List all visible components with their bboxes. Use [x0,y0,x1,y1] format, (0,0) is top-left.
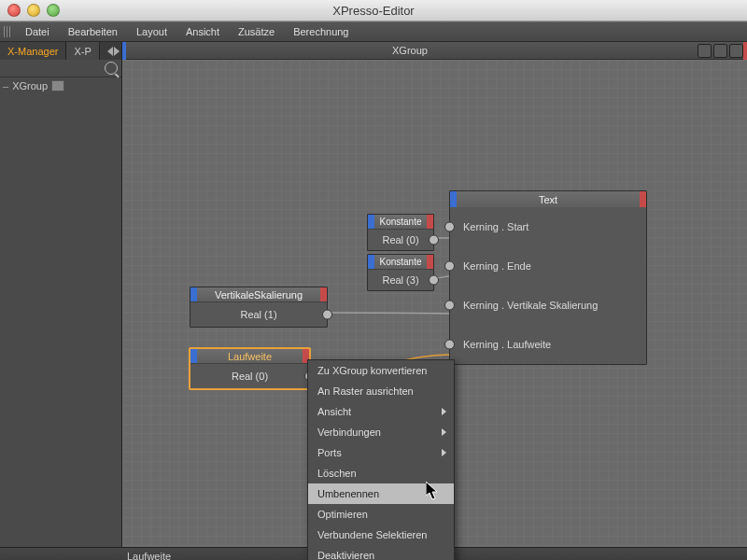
input-port[interactable] [444,222,455,232]
node-icon [51,80,64,91]
sidebar-search-row [0,60,121,77]
input-row-kerning-start: Kerning . Start [450,207,646,246]
tree-expand-icon[interactable]: – [3,80,8,91]
panel-icon-2[interactable] [713,44,727,58]
ctx-item-label: Zu XGroup konvertieren [317,365,427,376]
node-input-handle[interactable] [368,255,374,269]
node-vertikaleskalierung[interactable]: VertikaleSkalierung Real (1) [190,287,328,328]
menu-ansicht[interactable]: Ansicht [177,24,228,39]
node-title: Konstante [374,215,427,229]
node-output-handle[interactable] [427,215,433,229]
sidebar: – XGroup [0,60,122,547]
tool-row: X-Manager X-P XGroup [0,42,747,60]
window-title: XPresso-Editor [0,4,747,18]
node-output-handle[interactable] [640,191,646,207]
node-title: Laufweite [197,349,303,363]
menu-layout[interactable]: Layout [128,24,176,39]
menu-bearbeiten[interactable]: Bearbeiten [60,24,126,39]
output-port[interactable] [429,275,439,286]
node-text[interactable]: Text Kerning . Start Kerning . Ende Kern… [449,190,647,365]
node-konstante-0[interactable]: Konstante Real (0) [367,214,434,251]
ctx-item-label: Optimieren [317,509,368,520]
grip-icon[interactable] [4,26,11,37]
output-port[interactable] [429,235,439,245]
node-input-handle[interactable] [368,215,374,229]
menu-zusaetze[interactable]: Zusätze [230,24,283,39]
panel-output-handle[interactable] [743,42,747,60]
tree-item-label: XGroup [12,80,48,91]
tree-item-xgroup[interactable]: – XGroup [0,77,121,94]
menu-datei[interactable]: Datei [17,24,58,39]
node-title: Text [457,191,640,207]
tab-xmanager[interactable]: X-Manager [0,42,66,60]
ctx-ports[interactable]: Ports [308,442,454,463]
ctx-optimieren[interactable]: Optimieren [308,504,454,525]
node-input-handle[interactable] [190,349,197,363]
node-row: Real (0) [368,229,433,250]
input-row-kerning-laufweite: Kerning . Laufweite [450,325,646,364]
search-icon[interactable] [105,62,118,75]
tab-next-icon[interactable] [114,47,120,56]
panel-header-icons [698,44,743,58]
node-title: Konstante [374,255,427,269]
node-row-label: Real (0) [382,234,418,245]
ctx-item-label: Verbundene Selektieren [317,529,427,540]
node-row: Real (1) [190,301,327,327]
ctx-an-raster-ausrichten[interactable]: An Raster ausrichten [308,381,454,401]
menu-bar: Datei Bearbeiten Layout Ansicht Zusätze … [0,21,747,42]
node-output-handle[interactable] [427,255,433,269]
tab-secondary[interactable]: X-P [66,42,99,60]
output-port[interactable] [322,310,332,320]
node-input-handle[interactable] [190,287,197,301]
close-icon[interactable] [7,4,21,17]
node-konstante-3[interactable]: Konstante Real (3) [367,254,434,291]
ctx-umbenennen[interactable]: Umbenennen [308,483,454,504]
input-row-kerning-ende: Kerning . Ende [450,246,646,286]
ctx-deaktivieren[interactable]: Deaktivieren [308,545,454,560]
node-row-label: Real (0) [232,371,268,382]
minimize-icon[interactable] [27,4,40,17]
input-row-label: Kerning . Start [463,221,529,232]
node-row-label: Real (3) [382,274,418,286]
ctx-verbindungen[interactable]: Verbindungen [308,422,454,442]
node-input-handle[interactable] [450,191,457,207]
ctx-item-label: Verbindungen [317,427,381,438]
tab-prev-icon[interactable] [107,47,113,56]
node-laufweite[interactable]: Laufweite Real (0) [190,348,310,389]
ctx-item-label: Ansicht [317,406,351,417]
node-row: Real (3) [368,269,433,290]
ctx-item-label: An Raster ausrichten [317,385,414,397]
tab-strip: X-Manager X-P [0,42,122,60]
panel-title: XGroup [126,45,694,56]
input-port[interactable] [444,340,455,350]
chevron-right-icon [442,449,446,456]
chevron-right-icon [442,408,446,415]
context-menu[interactable]: Zu XGroup konvertieren An Raster ausrich… [307,359,455,560]
menu-berechnung[interactable]: Berechnung [285,24,357,39]
ctx-item-label: Ports [317,447,342,458]
ctx-verbundene-selektieren[interactable]: Verbundene Selektieren [308,525,454,545]
input-port[interactable] [444,261,455,272]
ctx-item-label: Löschen [317,468,357,479]
panel-icon-1[interactable] [698,44,712,58]
node-row-label: Real (1) [240,309,276,320]
zoom-icon[interactable] [47,4,60,17]
node-title: VertikaleSkalierung [197,287,320,301]
chevron-right-icon [442,428,446,436]
panel-icon-3[interactable] [729,44,743,58]
status-text: Laufweite [121,551,171,561]
input-port[interactable] [444,301,455,311]
node-row: Real (0) [190,363,309,388]
tab-nav [107,47,120,56]
panel-header: XGroup [122,42,747,60]
ctx-ansicht[interactable]: Ansicht [308,401,454,422]
ctx-item-label: Deaktivieren [317,550,374,560]
node-output-handle[interactable] [320,287,327,301]
ctx-zu-xgroup-konvertieren[interactable]: Zu XGroup konvertieren [308,360,454,381]
input-row-label: Kerning . Vertikale Skalierung [463,300,598,311]
input-row-label: Kerning . Laufweite [463,339,551,350]
window-controls [7,4,60,17]
ctx-loeschen[interactable]: Löschen [308,463,454,483]
ctx-item-label: Umbenennen [317,488,379,499]
window-titlebar: XPresso-Editor [0,0,747,21]
